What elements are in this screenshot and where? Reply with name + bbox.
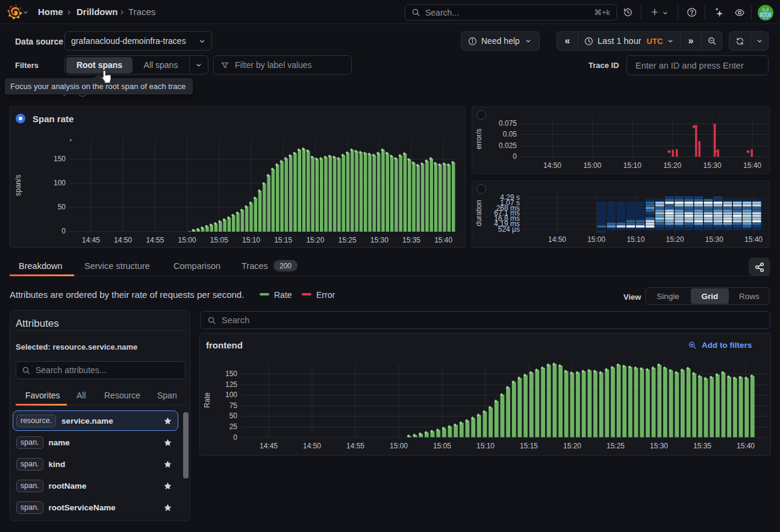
svg-text:15:35: 15:35 xyxy=(693,442,711,450)
svg-text:14:50: 14:50 xyxy=(548,235,566,244)
svg-text:0: 0 xyxy=(513,152,517,161)
svg-text:15:00: 15:00 xyxy=(390,442,408,450)
svg-text:15:30: 15:30 xyxy=(705,235,723,244)
svg-text:15:20: 15:20 xyxy=(306,236,324,244)
svg-text:14:55: 14:55 xyxy=(146,236,164,244)
svg-text:0.075: 0.075 xyxy=(499,119,517,128)
svg-text:15:00: 15:00 xyxy=(583,161,601,170)
svg-text:15:40: 15:40 xyxy=(737,442,755,450)
svg-text:15:10: 15:10 xyxy=(476,442,495,450)
svg-text:15:10: 15:10 xyxy=(623,161,641,170)
svg-text:15:00: 15:00 xyxy=(587,235,605,244)
svg-text:75: 75 xyxy=(229,401,238,410)
svg-text:15:30: 15:30 xyxy=(650,442,668,450)
svg-text:15:05: 15:05 xyxy=(433,442,451,450)
svg-text:0.05: 0.05 xyxy=(503,130,517,138)
svg-text:50: 50 xyxy=(229,412,238,420)
svg-text:14:50: 14:50 xyxy=(543,161,561,170)
svg-text:15:40: 15:40 xyxy=(434,236,452,244)
svg-text:14:45: 14:45 xyxy=(260,442,278,450)
svg-text:14:45: 14:45 xyxy=(82,236,100,244)
svg-text:25: 25 xyxy=(229,422,238,431)
svg-text:100: 100 xyxy=(54,179,66,187)
svg-text:15:30: 15:30 xyxy=(370,236,388,244)
svg-text:15:35: 15:35 xyxy=(402,236,420,244)
svg-text:15:10: 15:10 xyxy=(242,236,260,244)
svg-text:15:25: 15:25 xyxy=(339,236,357,244)
svg-text:15:20: 15:20 xyxy=(666,235,684,244)
svg-text:15:15: 15:15 xyxy=(520,442,538,450)
svg-text:duration: duration xyxy=(475,200,483,226)
svg-text:15:20: 15:20 xyxy=(663,161,681,170)
svg-text:14:55: 14:55 xyxy=(346,442,364,450)
svg-text:15:15: 15:15 xyxy=(274,236,292,244)
svg-text:15:05: 15:05 xyxy=(210,236,228,244)
svg-text:15:10: 15:10 xyxy=(626,235,644,244)
svg-text:error/s: error/s xyxy=(475,129,483,150)
svg-text:span/s: span/s xyxy=(14,175,22,196)
svg-text:125: 125 xyxy=(225,380,237,389)
svg-text:0: 0 xyxy=(61,227,66,235)
svg-text:Rate: Rate xyxy=(203,392,211,408)
svg-text:0.025: 0.025 xyxy=(499,141,517,150)
svg-text:100: 100 xyxy=(225,391,237,399)
svg-text:15:00: 15:00 xyxy=(178,236,196,244)
svg-text:15:40: 15:40 xyxy=(743,161,761,170)
svg-text:0: 0 xyxy=(233,433,237,442)
svg-text:15:40: 15:40 xyxy=(744,235,763,244)
svg-text:15:25: 15:25 xyxy=(607,442,625,450)
svg-text:50: 50 xyxy=(58,203,66,211)
svg-text:14:50: 14:50 xyxy=(303,442,321,450)
svg-text:15:20: 15:20 xyxy=(563,442,581,450)
svg-text:14:50: 14:50 xyxy=(114,236,132,244)
svg-text:15:30: 15:30 xyxy=(704,161,722,170)
svg-text:150: 150 xyxy=(225,370,237,378)
svg-text:524 µs: 524 µs xyxy=(498,225,520,234)
svg-text:150: 150 xyxy=(54,155,66,163)
